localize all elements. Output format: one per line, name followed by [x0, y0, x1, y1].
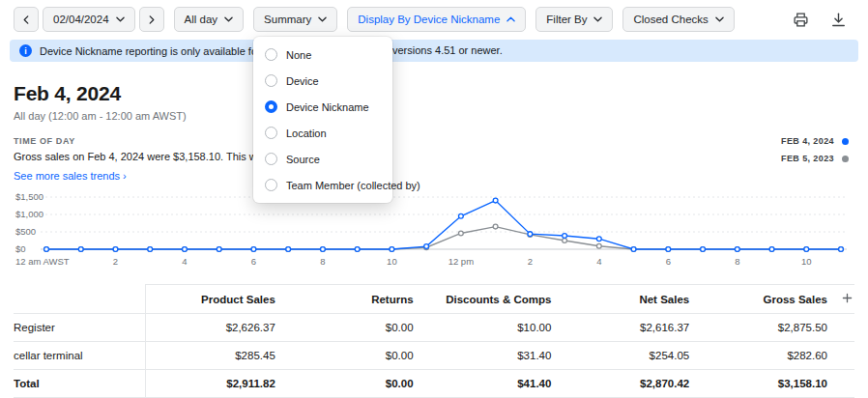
display-by-option-label: Team Member (collected by)	[286, 180, 420, 191]
row-label: cellar terminal	[14, 342, 145, 370]
row-label: Total	[14, 370, 145, 398]
column-header[interactable]: Gross Sales	[697, 285, 835, 314]
cell-net-sales: $2,616.37	[559, 314, 697, 342]
filter-by-label: Filter By	[546, 14, 587, 25]
display-by-option[interactable]: Device Nickname	[253, 94, 392, 120]
summary-label: Summary	[264, 14, 311, 25]
cell-product-sales: $2,626.37	[145, 314, 283, 342]
cell-gross-sales: $2,875.50	[697, 314, 835, 342]
toolbar: 02/04/2024 All day Summary Display By De…	[0, 0, 868, 39]
svg-text:12 pm: 12 pm	[448, 256, 474, 267]
cell-gross-sales: $282.60	[697, 342, 835, 370]
info-banner: i Device Nickname reporting is only avai…	[10, 40, 858, 62]
download-icon	[830, 12, 847, 28]
time-of-day-section-header: TIME OF DAY Gross sales on Feb 4, 2024 w…	[14, 136, 854, 184]
chevron-down-icon	[715, 16, 724, 22]
svg-text:$1,500: $1,500	[15, 191, 43, 202]
print-button[interactable]	[791, 10, 811, 30]
prev-date-button[interactable]	[14, 7, 39, 32]
print-icon	[793, 12, 809, 28]
display-by-option[interactable]: Device	[253, 68, 392, 94]
svg-text:8: 8	[735, 256, 739, 267]
cell-returns: $0.00	[283, 314, 421, 342]
device-column-header	[14, 285, 145, 314]
cell-discounts: $41.40	[421, 370, 560, 398]
table-header-row: Product Sales Returns Discounts & Comps …	[14, 285, 854, 314]
table-row[interactable]: cellar terminal $285.45 $0.00 $31.40 $25…	[14, 342, 854, 370]
cell-product-sales: $285.45	[145, 342, 283, 370]
display-by-option-label: Device	[286, 75, 319, 87]
time-of-day-chart-svg: $0$500$1,000$1,50012 am AWST24681012 pm2…	[14, 187, 854, 272]
all-day-dropdown[interactable]: All day	[174, 7, 245, 32]
chart-legend: FEB 4, 2024 FEB 5, 2023	[781, 136, 849, 171]
legend-item: FEB 5, 2023	[781, 154, 849, 163]
closed-checks-label: Closed Checks	[633, 14, 708, 25]
cell-net-sales: $254.05	[559, 342, 697, 370]
toolbar-actions	[791, 10, 849, 30]
date-navigation: 02/04/2024	[14, 7, 164, 32]
chevron-up-icon	[506, 16, 515, 22]
display-by-option-label: Location	[286, 128, 327, 139]
download-button[interactable]	[828, 10, 849, 30]
cell-returns: $0.00	[283, 342, 421, 370]
summary-dropdown[interactable]: Summary	[253, 7, 337, 32]
legend-dot	[842, 138, 849, 145]
legend-label: FEB 5, 2023	[781, 154, 834, 163]
display-by-option[interactable]: None	[253, 42, 392, 68]
chevron-down-icon	[318, 16, 327, 22]
see-more-sales-trends-link[interactable]: See more sales trends ›	[14, 170, 127, 182]
main-content: Feb 4, 2024 All day (12:00 am - 12:00 am…	[0, 82, 868, 398]
display-by-option-label: Device Nickname	[286, 101, 369, 113]
display-by-option[interactable]: Location	[253, 120, 392, 146]
svg-text:6: 6	[251, 256, 256, 267]
page-title: Feb 4, 2024	[14, 82, 854, 105]
time-of-day-chart: $0$500$1,000$1,50012 am AWST24681012 pm2…	[14, 187, 854, 272]
display-by-dropdown[interactable]: Display By Device Nickname	[347, 7, 526, 32]
column-header[interactable]: Product Sales	[145, 285, 283, 314]
cell-gross-sales: $3,158.10	[697, 370, 835, 398]
chevron-right-icon	[149, 15, 155, 24]
date-picker-button[interactable]: 02/04/2024	[43, 7, 135, 32]
svg-text:8: 8	[320, 256, 325, 267]
add-column-button[interactable]	[835, 285, 854, 314]
table-total-row: Total $2,911.82 $0.00 $41.40 $2,870.42 $…	[14, 370, 854, 398]
display-by-option-label: Source	[286, 154, 320, 165]
svg-text:6: 6	[666, 256, 671, 267]
svg-text:10: 10	[387, 256, 397, 267]
cell-discounts: $10.00	[421, 314, 560, 342]
cell-net-sales: $2,870.42	[559, 370, 697, 398]
date-picker-label: 02/04/2024	[53, 14, 109, 25]
cell-empty	[835, 370, 854, 398]
cell-returns: $0.00	[283, 370, 421, 398]
plus-icon	[842, 293, 853, 303]
cell-empty	[835, 314, 854, 342]
svg-text:$0: $0	[15, 243, 26, 254]
svg-text:10: 10	[801, 256, 812, 267]
next-date-button[interactable]	[139, 7, 164, 32]
trend-prefix: Gross sales on Feb 4, 2024 were $3,158.1…	[14, 151, 268, 162]
display-by-menu: None Device Device Nickname Location Sou…	[253, 37, 392, 203]
svg-text:$1,000: $1,000	[15, 209, 43, 219]
radio-icon	[265, 153, 277, 165]
legend-dot	[842, 156, 849, 162]
column-header[interactable]: Net Sales	[559, 285, 697, 314]
sales-table: Product Sales Returns Discounts & Comps …	[14, 284, 854, 398]
column-header[interactable]: Discounts & Comps	[421, 285, 560, 314]
radio-icon	[265, 100, 277, 113]
filter-by-dropdown[interactable]: Filter By	[535, 7, 613, 32]
svg-text:2: 2	[528, 256, 533, 267]
display-by-option-label: None	[286, 49, 311, 61]
display-by-option[interactable]: Source	[253, 146, 392, 172]
closed-checks-dropdown[interactable]: Closed Checks	[622, 7, 734, 32]
legend-label: FEB 4, 2024	[781, 136, 834, 146]
display-by-option[interactable]: Team Member (collected by)	[253, 172, 392, 198]
radio-icon	[265, 179, 277, 191]
column-header[interactable]: Returns	[283, 285, 421, 314]
all-day-label: All day	[185, 14, 218, 25]
display-by-label: Display By Device Nickname	[358, 14, 500, 25]
svg-text:2: 2	[113, 256, 118, 267]
radio-icon	[265, 74, 277, 87]
chevron-down-icon	[116, 16, 125, 22]
table-row[interactable]: Register $2,626.37 $0.00 $10.00 $2,616.3…	[14, 314, 854, 342]
chevron-down-icon	[224, 16, 233, 22]
